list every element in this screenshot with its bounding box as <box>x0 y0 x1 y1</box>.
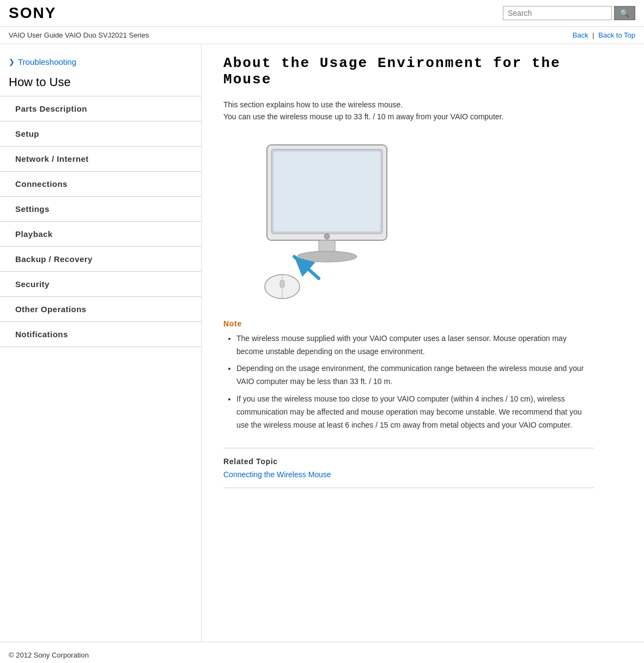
sidebar-item-notifications[interactable]: Notifications <box>0 322 201 347</box>
note-item-2: Depending on the usage environment, the … <box>236 362 594 388</box>
sidebar-item-setup[interactable]: Setup <box>0 121 201 147</box>
header: SONY 🔍 <box>0 0 644 27</box>
svg-point-5 <box>324 234 330 239</box>
related-topic-divider <box>223 488 594 488</box>
related-topic-link[interactable]: Connecting the Wireless Mouse <box>223 470 331 479</box>
related-topic: Related Topic Connecting the Wireless Mo… <box>223 448 594 488</box>
search-area: 🔍 <box>503 6 635 20</box>
sidebar-item-playback[interactable]: Playback <box>0 222 201 247</box>
sidebar-item-network-internet[interactable]: Network / Internet <box>0 147 201 172</box>
note-list: The wireless mouse supplied with your VA… <box>223 332 594 432</box>
intro-text: This section explains how to use the wir… <box>223 99 594 123</box>
svg-point-4 <box>297 251 357 262</box>
back-links: Back | Back to Top <box>573 31 635 39</box>
back-link[interactable]: Back <box>573 31 588 39</box>
guide-title: VAIO User Guide VAIO Duo SVJ2021 Series <box>9 31 149 39</box>
sidebar-item-other-operations[interactable]: Other Operations <box>0 297 201 322</box>
sony-logo: SONY <box>9 4 56 22</box>
related-topic-heading: Related Topic <box>223 457 594 466</box>
how-to-use-heading: How to Use <box>0 75 201 96</box>
page-title: About the Usage Environment for the Mous… <box>223 55 594 88</box>
troubleshooting-link[interactable]: Troubleshooting <box>0 53 201 75</box>
content-area: About the Usage Environment for the Mous… <box>202 44 616 642</box>
sidebar-item-parts-description[interactable]: Parts Description <box>0 96 201 121</box>
note-item-1: The wireless mouse supplied with your VA… <box>236 332 594 358</box>
svg-rect-2 <box>274 151 380 232</box>
search-button[interactable]: 🔍 <box>614 6 635 20</box>
note-item-3: If you use the wireless mouse too close … <box>236 393 594 431</box>
back-to-top-link[interactable]: Back to Top <box>598 31 635 39</box>
intro-line1: This section explains how to use the wir… <box>223 99 594 111</box>
sidebar: Troubleshooting How to Use Parts Descrip… <box>0 44 202 642</box>
search-input[interactable] <box>503 6 612 20</box>
note-section: Note The wireless mouse supplied with yo… <box>223 319 594 432</box>
sidebar-item-backup-recovery[interactable]: Backup / Recovery <box>0 247 201 272</box>
search-icon: 🔍 <box>620 9 629 17</box>
breadcrumb-bar: VAIO User Guide VAIO Duo SVJ2021 Series … <box>0 27 644 44</box>
sidebar-item-security[interactable]: Security <box>0 272 201 297</box>
copyright: © 2012 Sony Corporation <box>9 651 89 659</box>
computer-illustration <box>234 134 409 308</box>
svg-rect-10 <box>280 280 284 288</box>
sidebar-item-connections[interactable]: Connections <box>0 172 201 197</box>
main-layout: Troubleshooting How to Use Parts Descrip… <box>0 44 644 642</box>
separator: | <box>592 31 596 39</box>
intro-line2: You can use the wireless mouse up to 33 … <box>223 111 594 123</box>
footer: © 2012 Sony Corporation <box>0 642 644 663</box>
note-label: Note <box>223 319 594 328</box>
sidebar-item-settings[interactable]: Settings <box>0 197 201 222</box>
